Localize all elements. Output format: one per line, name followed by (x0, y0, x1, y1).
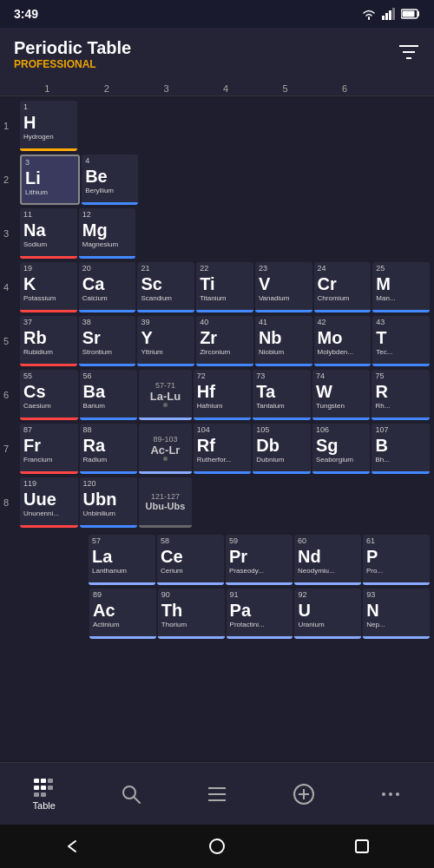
empty-2-3 (140, 155, 196, 205)
nav-list[interactable] (207, 784, 227, 805)
element-Pr[interactable]: 59 Pr Praseody... (226, 535, 293, 585)
element-Uue[interactable]: 119 Uue Ununenni... (20, 477, 78, 528)
empty-2-5 (257, 155, 313, 205)
element-Cs[interactable]: 55 Cs Caesium (20, 370, 78, 420)
element-Mn-partial[interactable]: 25 M Man... (372, 262, 430, 312)
nav-search[interactable] (121, 784, 141, 805)
period-row-2: 2 3 Li Lithium 4 Be Beryllium (19, 154, 431, 206)
element-Ra[interactable]: 88 Ra Radium (80, 424, 138, 474)
svg-rect-16 (41, 792, 46, 797)
period-row-4: 4 19 K Potassium 20 Ca Calcium 21 Sc Sca… (19, 261, 431, 313)
element-La[interactable]: 57 La Lanthanum (89, 535, 155, 585)
table-icon (33, 778, 56, 797)
column-headers: 1 2 3 4 5 6 (0, 80, 434, 96)
element-Ca[interactable]: 20 Ca Calcium (79, 262, 136, 312)
back-button[interactable] (59, 833, 85, 859)
status-icons (361, 8, 420, 20)
element-Sc[interactable]: 21 Sc Scandium (137, 262, 194, 312)
empty-3-6 (314, 208, 372, 259)
wifi-icon (361, 8, 377, 20)
element-Rh-partial[interactable]: 75 R Rh... (372, 370, 430, 420)
element-Na[interactable]: 11 Na Sodium (20, 208, 77, 259)
element-Sr[interactable]: 38 Sr Strontium (79, 316, 136, 366)
empty-8-4 (194, 477, 252, 528)
element-Nb[interactable]: 41 Nb Niobium (255, 316, 312, 366)
recents-button[interactable] (349, 833, 375, 859)
status-time: 3:49 (14, 7, 38, 21)
element-Ba[interactable]: 56 Ba Barium (80, 370, 138, 420)
element-Mo[interactable]: 42 Mo Molybden... (314, 316, 372, 366)
empty-8-7 (372, 477, 430, 528)
empty-1-4 (196, 101, 253, 151)
col-6: 6 (315, 83, 375, 94)
element-Bh-partial[interactable]: 107 B Bh... (372, 424, 430, 474)
app-header: Periodic Table PROFESSIONAL (0, 28, 434, 80)
element-K[interactable]: 19 K Potassium (20, 262, 77, 312)
element-Be[interactable]: 4 Be Beryllium (82, 155, 138, 205)
element-H[interactable]: 1 H Hydrogen (20, 101, 77, 151)
svg-rect-29 (356, 840, 368, 852)
element-Pm-partial[interactable]: 61 P Pro... (363, 535, 430, 585)
svg-point-26 (389, 792, 392, 796)
recents-icon (353, 838, 371, 855)
element-Mg[interactable]: 12 Mg Magnesium (79, 208, 136, 259)
empty-3-5 (255, 208, 312, 259)
app-subtitle: PROFESSIONAL (14, 58, 131, 70)
element-Cr[interactable]: 24 Cr Chromium (314, 262, 372, 312)
element-Pa[interactable]: 91 Pa Protactini... (227, 589, 293, 639)
empty-3-3 (137, 208, 194, 259)
element-Fr[interactable]: 87 Fr Francium (20, 424, 78, 474)
empty-1-6 (314, 101, 372, 151)
app-title: Periodic Table (14, 38, 131, 58)
element-Y[interactable]: 39 Y Yttrium (137, 316, 194, 366)
element-Tc-partial[interactable]: 43 T Tec... (372, 316, 430, 366)
nav-table[interactable]: Table (33, 778, 56, 811)
actinide-range[interactable]: 89-103 Ac-Lr (139, 424, 192, 474)
period-row-3: 3 11 Na Sodium 12 Mg Magnesium (19, 207, 431, 260)
svg-rect-9 (34, 779, 39, 783)
empty-2-7 (373, 155, 430, 205)
element-Zr[interactable]: 40 Zr Zirconium (196, 316, 253, 366)
filter-icon (398, 43, 420, 62)
empty-1-2 (79, 101, 136, 151)
period-row-1: 1 1 H Hydrogen (19, 100, 431, 152)
element-Ti[interactable]: 22 Ti Titanium (196, 262, 253, 312)
element-Sg[interactable]: 106 Sg Seaborgium (312, 424, 371, 474)
periodic-table-area: 1 1 H Hydrogen 2 3 Li Lithium 4 Be (0, 96, 434, 762)
nav-add[interactable] (293, 783, 315, 806)
filter-button[interactable] (398, 43, 420, 65)
element-Hf[interactable]: 72 Hf Hafnium (194, 370, 252, 420)
svg-rect-2 (389, 10, 391, 20)
col-3: 3 (136, 83, 196, 94)
element-Li[interactable]: 3 Li Lithium (20, 155, 80, 205)
element-Rf[interactable]: 104 Rf Rutherfor... (194, 424, 252, 474)
svg-point-27 (396, 792, 399, 796)
element-Rb[interactable]: 37 Rb Rubidium (20, 316, 77, 366)
empty-2-4 (198, 155, 254, 205)
svg-rect-5 (403, 11, 415, 17)
svg-rect-10 (41, 779, 46, 783)
element-Ce[interactable]: 58 Ce Cerium (157, 535, 224, 585)
svg-rect-3 (392, 8, 395, 20)
home-button[interactable] (204, 833, 230, 859)
element-Np-partial[interactable]: 93 N Nep... (363, 589, 430, 639)
element-Db[interactable]: 105 Db Dubnium (253, 424, 311, 474)
svg-rect-12 (34, 786, 39, 790)
element-Th[interactable]: 90 Th Thorium (158, 589, 225, 639)
lanthanide-range[interactable]: 57-71 La-Lu (139, 370, 192, 420)
element-W[interactable]: 74 W Tungsten (312, 370, 371, 420)
svg-rect-1 (385, 13, 388, 20)
empty-3-4 (196, 208, 253, 259)
period-row-6: 6 55 Cs Caesium 56 Ba Barium 57-71 La-Lu… (19, 369, 431, 421)
ubu-range[interactable]: 121-127 Ubu-Ubs (139, 477, 192, 528)
element-V[interactable]: 23 V Vanadium (255, 262, 312, 312)
svg-point-25 (382, 792, 385, 796)
svg-rect-0 (382, 16, 385, 20)
element-Ac[interactable]: 89 Ac Actinium (89, 589, 156, 639)
col-4: 4 (196, 83, 256, 94)
element-Ta[interactable]: 73 Ta Tantalum (253, 370, 311, 420)
element-U[interactable]: 92 U Uranium (294, 589, 361, 639)
nav-more[interactable] (380, 784, 401, 805)
element-Nd[interactable]: 60 Nd Neodymiu... (294, 535, 361, 585)
element-Ubn[interactable]: 120 Ubn Unbinilium (80, 477, 138, 528)
